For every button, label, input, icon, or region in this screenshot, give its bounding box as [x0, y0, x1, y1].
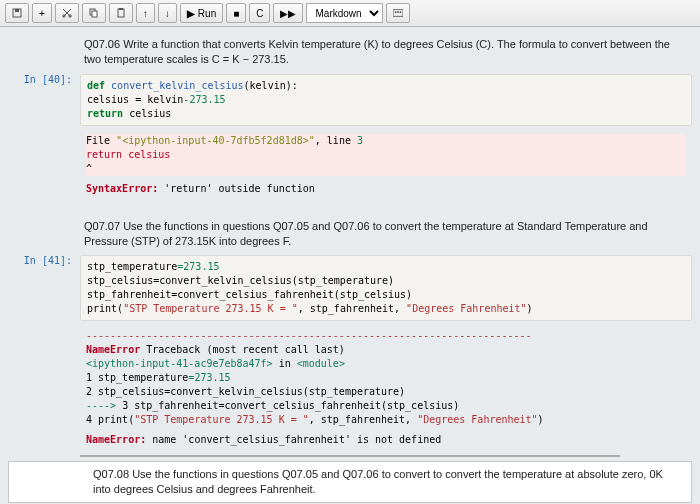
- markdown-cell[interactable]: Q07.08 Use the functions in questions Q0…: [8, 461, 692, 503]
- markdown-cell[interactable]: Q07.06 Write a function that converts Ke…: [0, 32, 700, 72]
- code-input[interactable]: def convert_kelvin_celsius(kelvin): cels…: [80, 74, 692, 126]
- save-button[interactable]: [5, 3, 29, 23]
- svg-rect-7: [119, 8, 123, 10]
- cell-type-select[interactable]: Markdown: [306, 3, 383, 23]
- prompt: [8, 34, 80, 70]
- svg-rect-11: [400, 11, 402, 13]
- output-cell: File "<ipython-input-40-7dfb5f2d81d8>", …: [0, 128, 700, 202]
- restart-run-all-button[interactable]: ▶▶: [273, 3, 303, 23]
- copy-button[interactable]: [82, 3, 106, 23]
- run-label: Run: [198, 8, 216, 19]
- code-input[interactable]: stp_temperature=273.15 stp_celsius=conve…: [80, 255, 692, 321]
- command-palette-button[interactable]: [386, 3, 410, 23]
- svg-rect-9: [395, 11, 397, 13]
- markdown-text: Q07.08 Use the functions in questions Q0…: [89, 464, 683, 500]
- paste-button[interactable]: [109, 3, 133, 23]
- markdown-text: Q07.06 Write a function that converts Ke…: [80, 34, 692, 70]
- stop-button[interactable]: ■: [226, 3, 246, 23]
- markdown-text: Q07.07 Use the functions in questions Q0…: [80, 216, 692, 252]
- output-cell: ----------------------------------------…: [0, 323, 700, 453]
- code-cell[interactable]: In [41]: stp_temperature=273.15 stp_cels…: [0, 253, 700, 323]
- in-prompt: In [41]:: [8, 255, 80, 321]
- cell-divider: [80, 455, 620, 457]
- notebook-content: Q07.06 Write a function that converts Ke…: [0, 27, 700, 504]
- restart-button[interactable]: C: [249, 3, 270, 23]
- code-cell[interactable]: In [40]: def convert_kelvin_celsius(kelv…: [0, 72, 700, 128]
- cut-button[interactable]: [55, 3, 79, 23]
- error-output: File "<ipython-input-40-7dfb5f2d81d8>", …: [80, 130, 692, 200]
- toolbar: + ↑ ↓ ▶Run ■ C ▶▶ Markdown: [0, 0, 700, 27]
- run-button[interactable]: ▶Run: [180, 3, 223, 23]
- move-up-button[interactable]: ↑: [136, 3, 155, 23]
- svg-rect-10: [398, 11, 400, 13]
- svg-rect-1: [15, 9, 19, 12]
- insert-cell-button[interactable]: +: [32, 3, 52, 23]
- error-output: ----------------------------------------…: [80, 325, 692, 451]
- move-down-button[interactable]: ↓: [158, 3, 177, 23]
- in-prompt: In [40]:: [8, 74, 80, 126]
- svg-rect-5: [92, 11, 97, 17]
- markdown-cell[interactable]: Q07.07 Use the functions in questions Q0…: [0, 214, 700, 254]
- svg-rect-6: [118, 9, 124, 17]
